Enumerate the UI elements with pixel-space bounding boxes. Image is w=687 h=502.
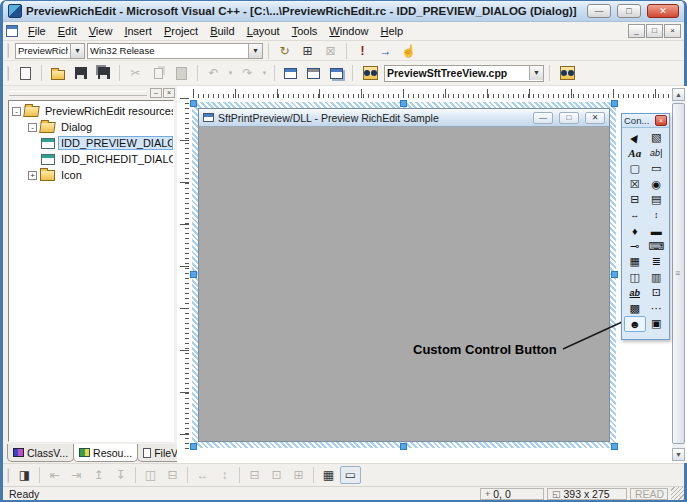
- editor-vertical-scrollbar[interactable]: ▲ ▼: [672, 88, 685, 461]
- preview-dialog-titlebar[interactable]: SftPrintPreview/DLL - Preview RichEdit S…: [199, 109, 609, 127]
- search-button[interactable]: [555, 65, 579, 82]
- tool-radio-button-icon[interactable]: ◉: [646, 177, 668, 193]
- toolbox-close-icon[interactable]: ×: [655, 115, 667, 126]
- tool-list-control-icon[interactable]: ▦: [624, 254, 646, 270]
- active-project-combo[interactable]: PreviewRichEdit ▼: [15, 43, 85, 59]
- workspace-panel-header[interactable]: – ×: [7, 87, 175, 99]
- resize-handle-top-left[interactable]: [190, 100, 197, 107]
- tool-extended-combo-box-icon[interactable]: ▣: [646, 316, 668, 332]
- resize-handle-top-right[interactable]: [611, 100, 618, 107]
- dialog-close-button[interactable]: ✕: [585, 112, 605, 124]
- minimize-button[interactable]: —: [587, 4, 611, 18]
- find-file-combo[interactable]: PreviewSftTreeView.cpp ▼: [384, 65, 544, 82]
- tool-tab-control-icon[interactable]: ◫: [624, 270, 646, 286]
- resize-handle-bottom-center[interactable]: [400, 443, 407, 450]
- toolbar-gripper[interactable]: [6, 43, 9, 58]
- panel-dock-button[interactable]: –: [150, 88, 162, 98]
- tool-vertical-scroll-bar-icon[interactable]: ↕: [646, 208, 668, 224]
- build-button[interactable]: ⊞: [297, 42, 318, 59]
- maximize-button[interactable]: □: [617, 4, 641, 18]
- tool-rich-edit-icon[interactable]: ab: [624, 285, 646, 301]
- workspace-toggle-button[interactable]: [280, 65, 301, 82]
- resize-handle-top-center[interactable]: [400, 100, 407, 107]
- tree-label[interactable]: IDD_RICHEDIT_DIALOG: [58, 153, 173, 165]
- tree-label[interactable]: Icon: [58, 169, 85, 181]
- toolbox-titlebar[interactable]: Con... ×: [622, 114, 669, 128]
- toggle-grid-button[interactable]: ▦: [318, 466, 339, 484]
- mdi-close-button[interactable]: ×: [664, 24, 681, 38]
- tool-hot-key-icon[interactable]: ⌨: [646, 239, 668, 255]
- tree-row-idd-richedit-dialog[interactable]: IDD_RICHEDIT_DIALOG: [9, 151, 173, 167]
- open-button[interactable]: [47, 65, 68, 82]
- tool-horizontal-scroll-bar-icon[interactable]: ↔: [624, 208, 646, 224]
- save-all-button[interactable]: [93, 65, 114, 82]
- scrollbar-thumb[interactable]: [672, 103, 685, 444]
- panel-gripper[interactable]: [9, 91, 147, 96]
- tool-tree-control-icon[interactable]: ≣: [646, 254, 668, 270]
- tab-classview[interactable]: ClassV...: [7, 444, 74, 462]
- tree-row-resources[interactable]: - PreviewRichEdit resources: [9, 103, 173, 119]
- dialog-maximize-button[interactable]: □: [559, 112, 579, 124]
- active-config-combo[interactable]: Win32 Release ▼: [87, 43, 263, 59]
- tree-row-dialog-folder[interactable]: - Dialog: [9, 119, 173, 135]
- combo-dropdown-icon[interactable]: ▼: [248, 44, 262, 58]
- output-toggle-button[interactable]: [303, 65, 324, 82]
- combo-dropdown-icon[interactable]: ▼: [70, 44, 84, 58]
- menu-project[interactable]: Project: [158, 23, 204, 39]
- tool-progress-icon[interactable]: ▬: [646, 223, 668, 239]
- menu-tools[interactable]: Tools: [286, 23, 324, 39]
- test-dialog-button[interactable]: ◨: [14, 466, 35, 484]
- mdi-child-icon[interactable]: [6, 25, 18, 37]
- tool-slider-icon[interactable]: ⊸: [624, 239, 646, 255]
- compile-button[interactable]: ↻: [274, 42, 295, 59]
- resize-grip[interactable]: [671, 487, 684, 500]
- tool-group-box-icon[interactable]: ▢: [624, 161, 646, 177]
- tab-resourceview[interactable]: Resou...: [73, 444, 138, 462]
- tool-month-calendar-icon[interactable]: ▩: [624, 301, 646, 317]
- save-button[interactable]: [70, 65, 91, 82]
- tool-combo-box-icon[interactable]: ⊟: [624, 192, 646, 208]
- new-file-button[interactable]: [15, 65, 36, 82]
- window-list-button[interactable]: [326, 65, 347, 82]
- tree-label-selected[interactable]: IDD_PREVIEW_DIALOG: [58, 136, 173, 150]
- tree-label[interactable]: PreviewRichEdit resources: [42, 105, 173, 117]
- tool-list-box-icon[interactable]: ▤: [646, 192, 668, 208]
- dialog-selection-frame[interactable]: SftPrintPreview/DLL - Preview RichEdit S…: [192, 102, 616, 448]
- execute-program-button[interactable]: !: [352, 42, 373, 59]
- menu-view[interactable]: View: [83, 23, 119, 39]
- preview-dialog-body[interactable]: [199, 127, 609, 441]
- tool-spin-icon[interactable]: ♦: [624, 223, 646, 239]
- mdi-minimize-button[interactable]: _: [628, 24, 645, 38]
- controls-toolbox[interactable]: Con... × ▶ ▧ Aa ab| ▢ ▭ ☒ ◉ ⊟ ▤ ↔ ↕ ♦ ▬ …: [621, 113, 670, 340]
- combo-dropdown-icon[interactable]: ▼: [529, 66, 543, 80]
- menu-layout[interactable]: Layout: [241, 23, 286, 39]
- mdi-restore-button[interactable]: □: [646, 24, 663, 38]
- tool-date-time-picker-icon[interactable]: ⊡: [646, 285, 668, 301]
- tree-label[interactable]: Dialog: [58, 121, 95, 133]
- resize-handle-right-center[interactable]: [611, 271, 618, 278]
- dialog-minimize-button[interactable]: —: [533, 112, 553, 124]
- collapse-icon[interactable]: -: [28, 123, 37, 132]
- collapse-icon[interactable]: -: [12, 107, 21, 116]
- tool-check-box-icon[interactable]: ☒: [624, 177, 646, 193]
- go-button[interactable]: →: [375, 42, 396, 59]
- resize-handle-bottom-right[interactable]: [611, 443, 618, 450]
- tool-animate-icon[interactable]: ▥: [646, 270, 668, 286]
- tool-select-icon[interactable]: ▶: [624, 130, 646, 146]
- preview-dialog[interactable]: SftPrintPreview/DLL - Preview RichEdit S…: [198, 108, 610, 442]
- tool-ip-address-icon[interactable]: ⋯: [646, 301, 668, 317]
- scroll-down-icon[interactable]: ▼: [672, 448, 685, 461]
- menu-edit[interactable]: Edit: [52, 23, 83, 39]
- close-button[interactable]: ✕: [647, 4, 679, 18]
- find-in-files-button[interactable]: [358, 65, 382, 82]
- menu-insert[interactable]: Insert: [118, 23, 158, 39]
- menu-build[interactable]: Build: [204, 23, 240, 39]
- tool-button-icon[interactable]: ▭: [646, 161, 668, 177]
- tool-picture-icon[interactable]: ▧: [646, 130, 668, 146]
- tree-row-icon-folder[interactable]: + Icon: [9, 167, 173, 183]
- menu-help[interactable]: Help: [375, 23, 410, 39]
- toolbar-gripper[interactable]: [6, 468, 9, 483]
- resize-handle-left-center[interactable]: [190, 271, 197, 278]
- scroll-up-icon[interactable]: ▲: [672, 88, 685, 101]
- resize-handle-bottom-left[interactable]: [190, 443, 197, 450]
